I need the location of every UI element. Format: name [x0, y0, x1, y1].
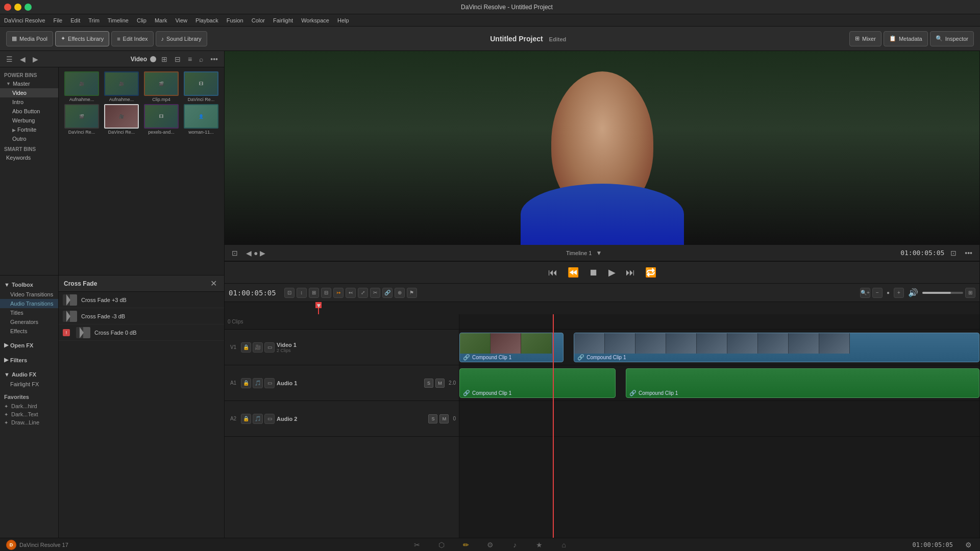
volume-slider[interactable] [922, 292, 963, 294]
ws-media-icon[interactable]: ✂ [410, 539, 424, 550]
audio1-clip-btn[interactable]: ▭ [264, 378, 275, 388]
close-button[interactable] [4, 4, 11, 11]
audio1-cam-btn[interactable]: 🎵 [253, 378, 263, 388]
video-camera-btn[interactable]: 🎥 [253, 342, 263, 353]
audio2-clip-btn[interactable]: ▭ [264, 414, 275, 424]
media-grid-btn[interactable]: ⊟ [173, 54, 183, 64]
mixer-button[interactable]: ⊞ Mixer [849, 31, 881, 46]
inspector-button[interactable]: 🔍 Inspector [930, 31, 974, 46]
goto-start-btn[interactable]: ⏮ [545, 265, 560, 280]
fav-item-2[interactable]: ✦ Draw...Line [4, 418, 54, 427]
bin-werbung[interactable]: Werbung [0, 116, 58, 125]
menu-view[interactable]: View [175, 17, 187, 23]
clip-item-2[interactable]: 🎬 Clip.mp4 [142, 71, 180, 102]
tl-btn-4[interactable]: ⊟ [321, 288, 331, 298]
generators-item[interactable]: Generators [0, 317, 58, 327]
zoom-in-btn[interactable]: 🔍+ [860, 288, 870, 298]
fx-entry-1[interactable]: Cross Fade -3 dB [59, 308, 224, 324]
tl-snap[interactable]: ⊕ [395, 288, 405, 298]
media-prev-btn[interactable]: ◀ [18, 54, 28, 64]
edit-index-button[interactable]: ≡ Edit Index [111, 31, 153, 46]
bin-video[interactable]: Video [0, 88, 58, 97]
toolbox-header[interactable]: ▼ Toolbox [0, 280, 58, 290]
media-filter-btn[interactable]: ⌕ [197, 54, 205, 64]
menu-mark[interactable]: Mark [155, 17, 167, 23]
bin-keywords[interactable]: Keywords [0, 153, 58, 162]
video-clip-2[interactable]: 🔗 Compound Clip 1 [574, 333, 979, 362]
menu-edit[interactable]: Edit [70, 17, 80, 23]
menu-trim[interactable]: Trim [88, 17, 100, 23]
preview-ctrl-1[interactable]: ⊡ [230, 248, 240, 258]
clip-item-5[interactable]: 🎥 DaVinci Re... [103, 104, 140, 135]
clip-item-6[interactable]: 🎞 pexels-and... [142, 104, 180, 135]
clip-item-0[interactable]: 🎥 Aufnahme... [63, 71, 101, 102]
ws-color-icon[interactable]: ♪ [508, 539, 522, 550]
fullscreen-btn[interactable]: ⊡ [948, 248, 959, 258]
stop-btn[interactable]: ⏹ [586, 265, 601, 280]
video-clip-btn[interactable]: ▭ [264, 342, 275, 353]
ws-cut-icon[interactable]: ⬡ [434, 539, 449, 550]
menu-playback[interactable]: Playback [195, 17, 218, 23]
fairlight-fx-item[interactable]: Fairlight FX [0, 380, 58, 389]
menu-workspace[interactable]: Workspace [301, 17, 329, 23]
maximize-button[interactable] [24, 4, 32, 11]
clip-item-4[interactable]: 🎬 DaVinci Re... [63, 104, 101, 135]
bin-master[interactable]: ▼ Master [0, 79, 58, 88]
audio2-s-btn[interactable]: S [428, 414, 437, 423]
media-more-btn[interactable]: ••• [208, 54, 220, 64]
tl-mark-in[interactable]: ↣ [333, 288, 344, 298]
menu-fusion[interactable]: Fusion [227, 17, 243, 23]
zoom-out-btn[interactable]: − [872, 288, 883, 298]
menu-timeline[interactable]: Timeline [108, 17, 129, 23]
menu-help[interactable]: Help [337, 17, 349, 23]
audio2-cam-btn[interactable]: 🎵 [253, 414, 263, 424]
video-clip-1[interactable]: 🔗 Compound Clip 1 [459, 333, 564, 362]
open-fx-header[interactable]: ▶ Open FX [0, 340, 58, 350]
effects-list-close[interactable]: ✕ [208, 278, 219, 289]
prev-frame-btn[interactable]: ⏪ [565, 265, 582, 280]
titles-item[interactable]: Titles [0, 308, 58, 317]
menu-file[interactable]: File [54, 17, 63, 23]
zoom-plus-btn[interactable]: + [894, 288, 904, 298]
sound-library-button[interactable]: ♪ Sound Library [156, 31, 207, 46]
menu-fairlight[interactable]: Fairlight [273, 17, 293, 23]
media-list-toggle[interactable]: ☰ [4, 54, 15, 64]
menu-clip[interactable]: Clip [137, 17, 146, 23]
ws-edit-icon[interactable]: ✏ [459, 539, 473, 550]
tl-btn-2[interactable]: ↕ [297, 288, 307, 298]
more-options-btn[interactable]: ••• [963, 248, 974, 258]
fx-entry-0[interactable]: Cross Fade +3 dB [59, 292, 224, 308]
effects-item[interactable]: Effects [0, 327, 58, 336]
ws-deliver-icon[interactable]: ⌂ [557, 539, 571, 550]
media-next-btn[interactable]: ▶ [31, 54, 40, 64]
loop-btn[interactable]: 🔁 [642, 265, 659, 280]
media-list-btn[interactable]: ≡ [186, 54, 194, 64]
play-btn[interactable]: ▶ [605, 265, 619, 280]
filters-header[interactable]: ▶ Filters [0, 355, 58, 365]
clip-item-7[interactable]: 👤 woman-11... [182, 104, 220, 135]
settings-btn[interactable]: ⚙ [963, 540, 974, 550]
audio1-clip-2[interactable]: 🔗 Compound Clip 1 [626, 368, 979, 398]
audio2-m-btn[interactable]: M [439, 414, 449, 423]
clip-item-1[interactable]: 🎥 Aufnahme... [103, 71, 140, 102]
ws-fusion-icon[interactable]: ⚙ [483, 539, 498, 550]
tl-link[interactable]: 🔗 [382, 288, 393, 298]
bin-intro[interactable]: Intro [0, 97, 58, 107]
audio1-m-btn[interactable]: M [435, 379, 445, 388]
tl-mark-out[interactable]: ↢ [346, 288, 356, 298]
bin-abo-button[interactable]: Abo Button [0, 107, 58, 116]
media-sort-btn[interactable]: ⊞ [159, 54, 169, 64]
minimize-button[interactable] [14, 4, 21, 11]
video-transitions-item[interactable]: Video Transitions [0, 290, 58, 299]
video-lock-btn[interactable]: 🔒 [241, 342, 251, 353]
menu-color[interactable]: Color [252, 17, 265, 23]
bin-fortnite[interactable]: ▶ Fortnite [0, 125, 58, 134]
tl-select[interactable]: ⤢ [358, 288, 368, 298]
tl-blade[interactable]: ✂ [370, 288, 380, 298]
ws-fairlight-icon[interactable]: ★ [532, 539, 547, 550]
tl-extra-btn[interactable]: ⊞ [965, 288, 975, 298]
goto-end-btn[interactable]: ⏭ [623, 265, 638, 280]
audio2-lock-btn[interactable]: 🔒 [241, 414, 251, 424]
timeline-down-icon[interactable]: ▼ [596, 249, 602, 257]
menu-davinci[interactable]: DaVinci Resolve [4, 17, 45, 23]
